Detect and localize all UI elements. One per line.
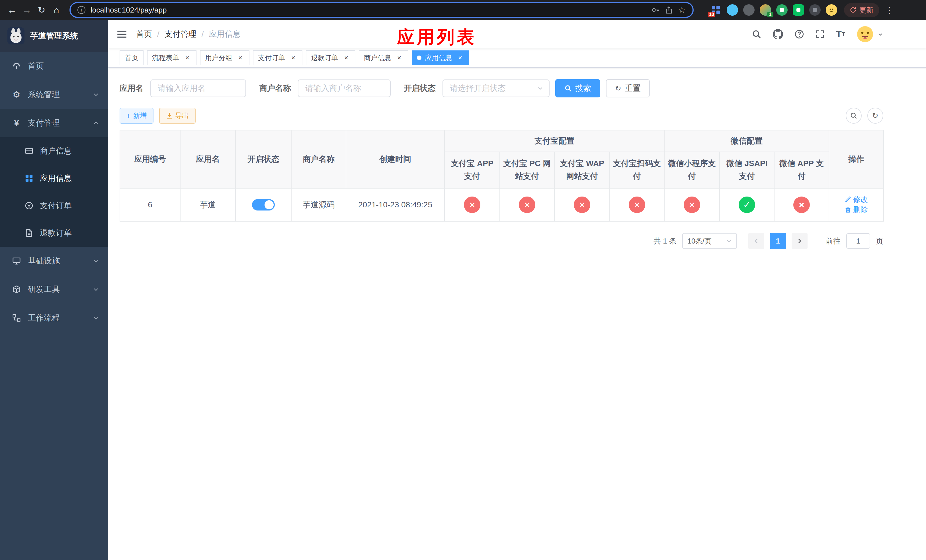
tab-app-info[interactable]: 应用信息× <box>412 50 469 65</box>
browser-window: ← → ↻ ⌂ i localhost:1024/pay/app ☆ <box>0 0 926 560</box>
column-header: 微信小程序支付 <box>664 152 720 188</box>
extension-avatar-icon[interactable]: 1 <box>760 4 771 16</box>
update-icon <box>850 6 856 14</box>
tab-label: 支付订单 <box>258 53 285 62</box>
column-header: 创建时间 <box>346 130 445 188</box>
tab-pay-order[interactable]: 支付订单× <box>253 50 303 65</box>
column-header: 微信 JSAPI 支付 <box>720 152 774 188</box>
extension-dark-icon[interactable] <box>743 4 755 16</box>
chevron-down-icon <box>93 286 99 292</box>
close-icon[interactable]: × <box>183 54 191 62</box>
extension-wechat-icon[interactable] <box>776 4 788 16</box>
sidebar-toggle-button[interactable] <box>117 29 127 39</box>
extension-face-icon[interactable] <box>826 4 837 16</box>
search-button[interactable]: 搜索 <box>555 79 600 97</box>
table-row: 6 芋道 芋道源码 2021-10-23 08:49:25 × × × × × <box>120 188 884 221</box>
extensions-area: 10 1 <box>710 4 837 16</box>
fullscreen-icon[interactable] <box>816 30 825 39</box>
plus-icon: + <box>126 112 131 120</box>
alipay-qr-status-icon: × <box>629 197 645 213</box>
column-header: 微信 APP 支付 <box>774 152 829 188</box>
close-icon[interactable]: × <box>342 54 350 62</box>
tab-user-group[interactable]: 用户分组× <box>200 50 250 65</box>
breadcrumb-home[interactable]: 首页 <box>136 29 152 39</box>
reset-button[interactable]: ↻ 重置 <box>606 79 650 97</box>
forward-button[interactable]: → <box>20 3 34 17</box>
extension-green-icon[interactable] <box>793 4 804 16</box>
site-info-icon[interactable]: i <box>77 6 85 14</box>
share-icon[interactable] <box>665 6 673 14</box>
tab-label: 流程表单 <box>152 53 179 62</box>
next-page-button[interactable] <box>791 233 808 249</box>
chevron-left-icon <box>753 238 760 244</box>
close-icon[interactable]: × <box>395 54 403 62</box>
column-header: 操作 <box>829 130 884 188</box>
bookmark-star-icon[interactable]: ☆ <box>678 6 686 14</box>
close-icon[interactable]: × <box>236 54 244 62</box>
sidebar-item-dev-tools[interactable]: 研发工具 <box>0 275 108 304</box>
tab-merchant-info[interactable]: 商户信息× <box>359 50 409 65</box>
tab-flow-form[interactable]: 流程表单× <box>147 50 197 65</box>
help-icon[interactable] <box>794 29 804 39</box>
font-size-icon[interactable]: TT <box>836 30 845 39</box>
sidebar-item-label: 退款订单 <box>40 228 72 238</box>
group-header-wechat: 微信配置 <box>664 130 829 152</box>
delete-label: 删除 <box>853 205 868 215</box>
delete-link[interactable]: 删除 <box>844 205 868 215</box>
password-key-icon[interactable] <box>651 6 660 14</box>
goto-page-input[interactable] <box>846 233 870 249</box>
close-icon[interactable]: × <box>456 54 464 62</box>
tab-refund-order[interactable]: 退款订单× <box>306 50 356 65</box>
sidebar-item-pay-order[interactable]: 支付订单 <box>0 192 108 219</box>
extension-drop-icon[interactable] <box>727 4 738 16</box>
merchant-name-label: 商户名称 <box>259 83 291 94</box>
sidebar: 芋道管理系统 首页 ⚙ 系统管理 <box>0 20 108 560</box>
prev-page-button[interactable] <box>748 233 764 249</box>
sidebar-item-infrastructure[interactable]: 基础设施 <box>0 247 108 275</box>
github-icon[interactable] <box>773 29 783 39</box>
sidebar-item-label: 工作流程 <box>28 312 60 323</box>
cube-icon <box>11 285 22 294</box>
page-number-button[interactable]: 1 <box>770 233 786 249</box>
add-button[interactable]: + 新增 <box>120 107 153 124</box>
url-bar[interactable]: i localhost:1024/pay/app ☆ <box>70 2 694 18</box>
sidebar-item-workflow[interactable]: 工作流程 <box>0 304 108 332</box>
extension-puzzle-icon[interactable] <box>809 4 821 16</box>
merchant-name-input[interactable] <box>298 79 391 97</box>
sidebar-item-merchant-info[interactable]: 商户信息 <box>0 137 108 165</box>
app-name-input[interactable] <box>150 79 246 97</box>
status-toggle[interactable] <box>252 199 275 210</box>
search-icon[interactable] <box>752 29 761 39</box>
tab-home[interactable]: 首页 <box>120 50 144 65</box>
page-size-select[interactable]: 10条/页 <box>682 233 737 249</box>
sidebar-item-payment[interactable]: ¥ 支付管理 <box>0 109 108 137</box>
sidebar-item-system[interactable]: ⚙ 系统管理 <box>0 80 108 109</box>
column-header: 支付宝 WAP 网站支付 <box>554 152 610 188</box>
refresh-table-button[interactable]: ↻ <box>867 107 883 124</box>
credit-card-icon <box>24 147 34 155</box>
cell-app-name: 芋道 <box>180 188 236 221</box>
extension-grid-icon[interactable]: 10 <box>710 4 722 16</box>
chevron-down-icon <box>93 315 99 321</box>
home-button[interactable]: ⌂ <box>49 3 64 17</box>
user-menu[interactable] <box>856 26 883 43</box>
sidebar-item-app-info[interactable]: 应用信息 <box>0 165 108 192</box>
export-button[interactable]: 导出 <box>159 107 196 124</box>
status-select[interactable]: 请选择开启状态 <box>442 79 549 97</box>
breadcrumb-current: 应用信息 <box>209 29 241 39</box>
toggle-search-button[interactable] <box>846 107 862 124</box>
sidebar-item-refund-order[interactable]: 退款订单 <box>0 219 108 247</box>
breadcrumb-payment[interactable]: 支付管理 <box>165 29 197 39</box>
edit-link[interactable]: 修改 <box>844 195 868 204</box>
back-button[interactable]: ← <box>5 3 20 17</box>
close-icon[interactable]: × <box>289 54 297 62</box>
sidebar-item-home[interactable]: 首页 <box>0 52 108 80</box>
column-header: 应用编号 <box>120 130 180 188</box>
reload-button[interactable]: ↻ <box>34 3 49 17</box>
group-header-alipay: 支付宝配置 <box>445 130 664 152</box>
chrome-update-button[interactable]: 更新 <box>844 3 879 17</box>
page-size-value: 10条/页 <box>687 236 711 246</box>
dashboard-icon <box>11 62 22 70</box>
payment-submenu: 商户信息 应用信息 <box>0 137 108 247</box>
browser-menu-button[interactable]: ⋮ <box>885 5 893 15</box>
